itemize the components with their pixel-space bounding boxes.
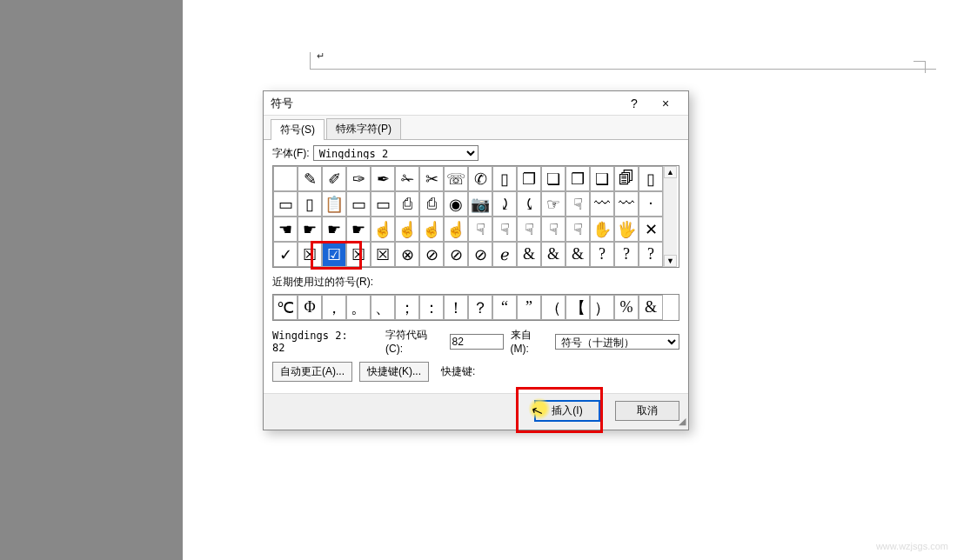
recent-symbol-cell[interactable]: & xyxy=(639,295,663,320)
symbol-cell[interactable]: ⎙ xyxy=(395,191,419,217)
symbol-cell[interactable]: 🗐 xyxy=(614,166,639,191)
symbol-cell[interactable]: ◉ xyxy=(444,191,468,217)
symbol-cell[interactable]: ⊗ xyxy=(395,242,419,267)
symbol-cell[interactable]: ☟ xyxy=(541,217,566,242)
recent-symbol-cell[interactable]: “ xyxy=(492,295,517,320)
symbol-cell[interactable]: ❏ xyxy=(541,166,566,191)
symbol-cell[interactable]: ❑ xyxy=(590,166,614,191)
tab-special[interactable]: 特殊字符(P) xyxy=(326,118,401,139)
recent-symbol-cell[interactable]: ” xyxy=(517,295,541,320)
recent-label: 近期使用过的符号(R): xyxy=(272,275,373,290)
recent-symbol-cell[interactable]: % xyxy=(614,295,639,320)
symbol-cell[interactable]: ⊘ xyxy=(419,242,444,267)
dialog-content: 字体(F): Wingdings 2 ✎✐✑✒✁✂☏✆▯❐❏❒❑🗐▯▭▯📋▭▭⎙… xyxy=(264,140,688,393)
font-select[interactable]: Wingdings 2 xyxy=(313,145,478,161)
help-button[interactable]: ? xyxy=(619,97,650,110)
symbol-cell[interactable]: ▭ xyxy=(273,191,298,217)
recent-symbol-cell[interactable]: ？ xyxy=(468,295,492,320)
symbol-cell[interactable]: 〰 xyxy=(614,191,639,217)
symbol-cell[interactable]: ⎙ xyxy=(419,191,444,217)
symbol-cell[interactable]: & xyxy=(517,242,541,267)
symbol-cell[interactable]: ▭ xyxy=(371,191,395,217)
symbol-cell[interactable]: ▯ xyxy=(639,166,663,191)
symbol-cell[interactable]: ☛ xyxy=(322,217,346,242)
recent-symbol-cell[interactable]: 、 xyxy=(371,295,395,320)
symbol-cell[interactable]: ☟ xyxy=(468,217,492,242)
recent-symbol-cell[interactable]: ） xyxy=(590,295,614,320)
symbol-cell[interactable]: ? xyxy=(614,242,639,267)
symbol-cell[interactable]: ☟ xyxy=(566,191,590,217)
symbol-cell[interactable]: ? xyxy=(590,242,614,267)
symbol-cell[interactable]: ▯ xyxy=(492,166,517,191)
insert-button[interactable]: 插入(I) xyxy=(535,401,599,421)
recent-symbol-cell[interactable]: ！ xyxy=(444,295,468,320)
symbol-cell[interactable]: ▭ xyxy=(346,191,371,217)
symbol-cell[interactable]: ⤸ xyxy=(492,191,517,217)
symbol-cell[interactable]: ✎ xyxy=(298,166,322,191)
symbol-cell[interactable]: ☝ xyxy=(419,217,444,242)
recent-symbol-cell[interactable]: 。 xyxy=(346,295,371,320)
symbol-cell[interactable]: 〰 xyxy=(590,191,614,217)
symbol-cell[interactable]: ☞ xyxy=(541,191,566,217)
symbol-cell[interactable]: ☏ xyxy=(444,166,468,191)
symbol-cell[interactable]: ☝ xyxy=(444,217,468,242)
char-code-input[interactable] xyxy=(450,334,504,350)
symbol-cell[interactable]: ⤹ xyxy=(517,191,541,217)
symbol-dialog: 符号 ? × 符号(S) 特殊字符(P) 字体(F): Wingdings 2 … xyxy=(263,90,689,430)
symbol-cell[interactable]: ☒ xyxy=(298,242,322,267)
symbol-cell[interactable]: ☛ xyxy=(346,217,371,242)
symbol-cell[interactable]: ✐ xyxy=(322,166,346,191)
symbol-cell[interactable]: ✑ xyxy=(346,166,371,191)
symbol-cell[interactable]: ☛ xyxy=(298,217,322,242)
symbol-cell[interactable]: ? xyxy=(639,242,663,267)
recent-symbol-cell[interactable]: ； xyxy=(395,295,419,320)
symbol-cell[interactable]: ⊘ xyxy=(444,242,468,267)
symbol-cell[interactable]: ℯ xyxy=(492,242,517,267)
symbol-cell[interactable]: · xyxy=(639,191,663,217)
autocorrect-button[interactable]: 自动更正(A)... xyxy=(272,362,352,382)
symbol-cell[interactable]: ❐ xyxy=(517,166,541,191)
symbol-cell[interactable]: ⊘ xyxy=(468,242,492,267)
symbol-cell[interactable]: ✁ xyxy=(395,166,419,191)
symbol-cell[interactable]: ✋ xyxy=(590,217,614,242)
symbol-cell[interactable]: ✕ xyxy=(639,217,663,242)
recent-symbol-cell[interactable]: ℃ xyxy=(273,295,298,320)
symbol-cell[interactable]: ☝ xyxy=(395,217,419,242)
symbol-cell[interactable]: ☟ xyxy=(566,217,590,242)
grid-scrollbar[interactable]: ▲ ▼ xyxy=(663,166,677,267)
symbol-cell[interactable]: & xyxy=(566,242,590,267)
symbol-cell[interactable]: ✂ xyxy=(419,166,444,191)
symbol-cell[interactable]: ✆ xyxy=(468,166,492,191)
symbol-cell[interactable]: ☑ xyxy=(322,242,346,267)
watermark: www.wzjsgs.com xyxy=(876,541,948,551)
symbol-cell[interactable]: ☚ xyxy=(273,217,298,242)
symbol-cell[interactable]: ✒ xyxy=(371,166,395,191)
recent-symbol-cell[interactable]: 【 xyxy=(566,295,590,320)
cancel-button[interactable]: 取消 xyxy=(615,401,679,421)
symbol-cell[interactable]: ☒ xyxy=(346,242,371,267)
recent-symbol-cell[interactable]: Φ xyxy=(298,295,322,320)
shortcut-label: 快捷键: xyxy=(441,364,475,379)
from-select[interactable]: 符号（十进制） xyxy=(555,334,679,350)
symbol-cell[interactable]: 🖐 xyxy=(614,217,639,242)
recent-symbol-cell[interactable]: ： xyxy=(419,295,444,320)
symbol-cell[interactable]: ❒ xyxy=(566,166,590,191)
symbol-cell[interactable] xyxy=(273,166,298,191)
symbol-cell[interactable]: ✓ xyxy=(273,242,298,267)
symbol-cell[interactable]: ▯ xyxy=(298,191,322,217)
symbol-cell[interactable]: ☝ xyxy=(371,217,395,242)
symbol-cell[interactable]: 📷 xyxy=(468,191,492,217)
symbol-cell[interactable]: ☟ xyxy=(517,217,541,242)
recent-symbol-cell[interactable]: ， xyxy=(322,295,346,320)
scroll-up-icon[interactable]: ▲ xyxy=(664,166,677,178)
resize-grip[interactable]: ◢ xyxy=(679,416,686,427)
tab-symbols[interactable]: 符号(S) xyxy=(271,119,325,140)
symbol-cell[interactable]: ☟ xyxy=(492,217,517,242)
shortcut-button[interactable]: 快捷键(K)... xyxy=(359,362,429,382)
symbol-cell[interactable]: 📋 xyxy=(322,191,346,217)
symbol-cell[interactable]: ☒ xyxy=(371,242,395,267)
close-button[interactable]: × xyxy=(650,97,681,110)
recent-symbol-cell[interactable]: （ xyxy=(541,295,566,320)
symbol-cell[interactable]: & xyxy=(541,242,566,267)
scroll-down-icon[interactable]: ▼ xyxy=(664,255,677,267)
